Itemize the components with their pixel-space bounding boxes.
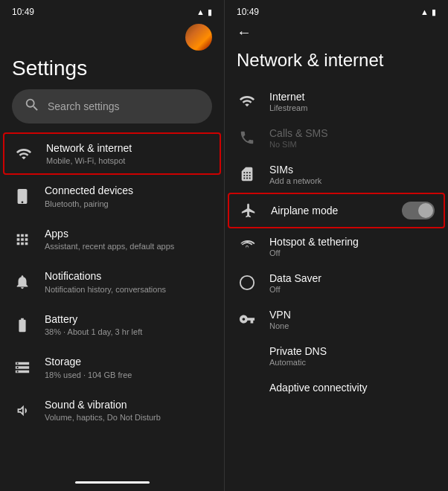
calls-title: Calls & SMS [269, 127, 436, 139]
sims-subtitle: Add a network [269, 176, 436, 185]
calls-subtitle: No SIM [269, 140, 436, 149]
battery-title: Battery [45, 312, 212, 326]
sims-title: SIMs [269, 164, 436, 176]
left-status-icons: ▲ ▮ [196, 7, 212, 17]
search-icon [24, 97, 40, 116]
apps-subtitle: Assistant, recent apps, default apps [45, 241, 212, 251]
menu-item-airplane[interactable]: Airplane mode [228, 193, 445, 228]
adaptive-title: Adaptive connectivity [269, 382, 436, 394]
settings-item-storage[interactable]: Storage 18% used · 104 GB free [0, 346, 224, 388]
menu-list: Internet Lifestream Calls & SMS No SIM S… [225, 83, 448, 491]
internet-subtitle: Lifestream [269, 103, 436, 112]
menu-item-internet[interactable]: Internet Lifestream [225, 83, 448, 120]
svg-point-0 [240, 276, 254, 289]
sim-icon [237, 164, 257, 184]
battery-item-text: Battery 38% · About 1 day, 3 hr left [45, 312, 212, 337]
settings-item-battery[interactable]: Battery 38% · About 1 day, 3 hr left [0, 304, 224, 346]
settings-list: Network & internet Mobile, Wi-Fi, hotspo… [0, 132, 224, 476]
sound-title: Sound & vibration [45, 398, 212, 411]
avatar[interactable] [185, 24, 212, 51]
menu-item-calls[interactable]: Calls & SMS No SIM [225, 120, 448, 156]
datasaver-subtitle: Off [269, 285, 436, 294]
hotspot-subtitle: Off [269, 248, 436, 257]
sound-icon [12, 400, 33, 421]
right-wifi-icon: ▲ [420, 7, 429, 16]
menu-item-datasaver[interactable]: Data Saver Off [225, 265, 448, 301]
search-bar[interactable]: Search settings [12, 89, 212, 123]
left-panel: 10:49 ▲ ▮ Settings Search settings Netwo… [0, 0, 224, 491]
settings-item-notifications[interactable]: Notifications Notification history, conv… [0, 260, 224, 303]
battery-icon [12, 315, 33, 336]
right-status-bar: 10:49 ▲ ▮ [225, 0, 448, 21]
devices-icon [12, 186, 33, 207]
settings-item-sound[interactable]: Sound & vibration Volume, haptics, Do No… [0, 389, 224, 431]
vpn-subtitle: None [269, 321, 436, 330]
apps-icon [12, 229, 33, 250]
hotspot-icon [237, 236, 257, 257]
left-battery-icon: ▮ [208, 7, 212, 17]
nav-bar [0, 476, 224, 491]
calls-text: Calls & SMS No SIM [269, 127, 436, 149]
back-arrow-icon[interactable]: ← [237, 24, 252, 40]
left-status-bar: 10:49 ▲ ▮ [0, 0, 224, 21]
storage-icon [12, 357, 33, 378]
wifi-icon [13, 144, 34, 164]
settings-item-apps[interactable]: Apps Assistant, recent apps, default app… [0, 218, 224, 260]
storage-item-text: Storage 18% used · 104 GB free [45, 355, 212, 379]
right-battery-icon: ▮ [432, 7, 436, 17]
vpn-icon [237, 309, 257, 330]
connected-subtitle: Bluetooth, pairing [45, 199, 212, 209]
vpn-title: VPN [269, 309, 436, 321]
menu-item-hotspot[interactable]: Hotspot & tethering Off [225, 228, 448, 265]
notifications-subtitle: Notification history, conversations [45, 284, 212, 295]
airplane-title: Airplane mode [271, 205, 390, 216]
internet-text: Internet Lifestream [269, 91, 436, 112]
datasaver-icon [237, 272, 257, 293]
airplane-text: Airplane mode [271, 205, 390, 216]
apps-item-text: Apps Assistant, recent apps, default app… [45, 227, 212, 251]
storage-title: Storage [45, 355, 212, 368]
privatedns-subtitle: Automatic [269, 358, 436, 367]
phone-icon [237, 127, 257, 148]
sound-item-text: Sound & vibration Volume, haptics, Do No… [45, 398, 212, 423]
menu-item-vpn[interactable]: VPN None [225, 301, 448, 338]
back-row[interactable]: ← [225, 21, 448, 44]
privatedns-title: Private DNS [269, 345, 436, 357]
menu-item-adaptive[interactable]: Adaptive connectivity [225, 374, 448, 401]
network-title: Network & internet [46, 141, 211, 155]
network-item-text: Network & internet Mobile, Wi-Fi, hotspo… [46, 141, 211, 166]
left-time: 10:49 [12, 7, 34, 17]
airplane-toggle[interactable] [402, 202, 435, 219]
avatar-container [0, 21, 224, 51]
storage-subtitle: 18% used · 104 GB free [45, 370, 212, 380]
left-wifi-icon: ▲ [196, 7, 205, 16]
bell-icon [12, 272, 33, 292]
toggle-knob [418, 203, 433, 218]
right-time: 10:49 [237, 7, 259, 17]
datasaver-title: Data Saver [269, 272, 436, 284]
hotspot-text: Hotspot & tethering Off [269, 236, 436, 257]
apps-title: Apps [45, 227, 212, 240]
internet-title: Internet [269, 91, 436, 103]
search-placeholder: Search settings [48, 100, 120, 112]
battery-subtitle: 38% · About 1 day, 3 hr left [45, 327, 212, 337]
connected-title: Connected devices [45, 184, 212, 197]
nav-indicator [75, 481, 150, 484]
menu-item-sims[interactable]: SIMs Add a network [225, 156, 448, 193]
connected-item-text: Connected devices Bluetooth, pairing [45, 184, 212, 208]
hotspot-title: Hotspot & tethering [269, 236, 436, 248]
right-page-title: Network & internet [225, 44, 448, 83]
notifications-item-text: Notifications Notification history, conv… [45, 269, 212, 294]
vpn-text: VPN None [269, 309, 436, 330]
sims-text: SIMs Add a network [269, 164, 436, 185]
notifications-title: Notifications [45, 269, 212, 283]
menu-item-privatedns[interactable]: Private DNS Automatic [225, 338, 448, 374]
right-panel: 10:49 ▲ ▮ ← Network & internet Internet … [224, 0, 448, 491]
internet-icon [237, 91, 257, 112]
airplane-icon [238, 200, 259, 221]
network-subtitle: Mobile, Wi-Fi, hotspot [46, 155, 211, 166]
settings-title: Settings [0, 51, 224, 89]
settings-item-connected[interactable]: Connected devices Bluetooth, pairing [0, 175, 224, 217]
right-status-icons: ▲ ▮ [420, 7, 436, 17]
settings-item-network[interactable]: Network & internet Mobile, Wi-Fi, hotspo… [3, 132, 221, 175]
